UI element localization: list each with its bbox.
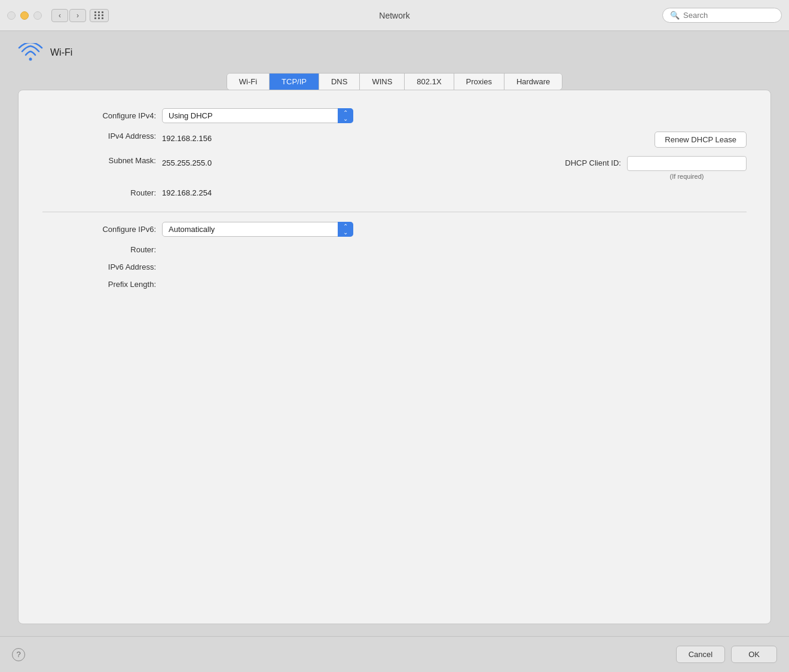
configure-ipv4-row: Configure IPv4: Using DHCP ⌃⌄ xyxy=(42,108,747,123)
dhcp-client-id-hint: (If required) xyxy=(627,173,747,180)
subnet-mask-label: Subnet Mask: xyxy=(42,156,162,165)
search-bar[interactable]: 🔍 xyxy=(662,8,782,23)
bottom-actions: Cancel OK xyxy=(676,646,777,663)
router-row: Router: 192.168.2.254 xyxy=(42,188,747,197)
tab-dns[interactable]: DNS xyxy=(319,74,360,90)
wifi-icon xyxy=(18,43,43,62)
ipv4-address-value: 192.168.2.156 xyxy=(162,132,212,143)
tab-wins[interactable]: WINS xyxy=(360,74,405,90)
configure-ipv6-label: Configure IPv6: xyxy=(42,225,162,234)
grid-icon xyxy=(94,11,104,19)
ipv6-address-label: IPv6 Address: xyxy=(42,262,162,271)
configure-ipv6-select[interactable]: Automatically xyxy=(162,222,353,237)
search-icon: 🔍 xyxy=(670,11,680,20)
router6-label: Router: xyxy=(42,245,162,254)
search-input[interactable] xyxy=(683,11,774,20)
grid-view-button[interactable] xyxy=(90,9,109,22)
tab-proxies[interactable]: Proxies xyxy=(454,74,504,90)
wifi-header: Wi-Fi xyxy=(18,43,771,62)
configure-ipv6-row: Configure IPv6: Automatically ⌃⌄ xyxy=(42,222,747,237)
bottom-bar: ? Cancel OK xyxy=(0,636,789,672)
subnet-mask-row: Subnet Mask: 255.255.255.0 DHCP Client I… xyxy=(42,156,747,180)
close-button[interactable] xyxy=(7,11,16,20)
router-value: 192.168.2.254 xyxy=(162,188,212,197)
renew-dhcp-button[interactable]: Renew DHCP Lease xyxy=(655,132,747,148)
cancel-button[interactable]: Cancel xyxy=(676,646,725,663)
prefix-length-label: Prefix Length: xyxy=(42,280,162,289)
dhcp-client-id-field-container: (If required) xyxy=(627,156,747,180)
ipv6-address-row: IPv6 Address: xyxy=(42,262,747,271)
router-label: Router: xyxy=(42,188,162,197)
tab-wifi[interactable]: Wi-Fi xyxy=(227,74,270,90)
tab-8021x[interactable]: 802.1X xyxy=(405,74,454,90)
configure-ipv4-select[interactable]: Using DHCP xyxy=(162,108,353,123)
configure-ipv4-label: Configure IPv4: xyxy=(42,111,162,120)
tab-hardware[interactable]: Hardware xyxy=(504,74,562,90)
divider xyxy=(42,212,747,212)
tab-tcpip[interactable]: TCP/IP xyxy=(270,74,319,90)
configure-ipv6-select-wrapper: Automatically ⌃⌄ xyxy=(162,222,353,237)
dhcp-client-id-label: DHCP Client ID: xyxy=(565,156,621,167)
back-button[interactable]: ‹ xyxy=(51,9,68,22)
traffic-lights xyxy=(7,11,42,20)
router6-row: Router: xyxy=(42,245,747,254)
subnet-mask-value: 255.255.255.0 xyxy=(162,156,212,167)
tabs-container: Wi-Fi TCP/IP DNS WINS 802.1X Proxies Har… xyxy=(18,73,771,90)
ipv4-address-row: IPv4 Address: 192.168.2.156 Renew DHCP L… xyxy=(42,132,747,148)
tabs: Wi-Fi TCP/IP DNS WINS 802.1X Proxies Har… xyxy=(227,73,563,90)
dhcp-client-id-input[interactable] xyxy=(627,156,747,171)
help-button[interactable]: ? xyxy=(12,648,25,661)
ok-button[interactable]: OK xyxy=(731,646,777,663)
configure-ipv4-select-wrapper: Using DHCP ⌃⌄ xyxy=(162,108,353,123)
minimize-button[interactable] xyxy=(20,11,29,20)
svg-point-0 xyxy=(29,58,32,61)
window-title: Network xyxy=(379,11,409,20)
maximize-button[interactable] xyxy=(33,11,42,20)
wifi-label: Wi-Fi xyxy=(50,47,72,58)
forward-button[interactable]: › xyxy=(69,9,86,22)
tcpip-panel: Configure IPv4: Using DHCP ⌃⌄ IPv4 Addre… xyxy=(18,90,771,624)
ipv4-address-label: IPv4 Address: xyxy=(42,132,162,140)
main-content: Wi-Fi Wi-Fi TCP/IP DNS WINS 802.1X Proxi… xyxy=(0,31,789,636)
nav-buttons: ‹ › xyxy=(51,9,86,22)
titlebar: ‹ › Network 🔍 xyxy=(0,0,789,31)
prefix-length-row: Prefix Length: xyxy=(42,280,747,289)
